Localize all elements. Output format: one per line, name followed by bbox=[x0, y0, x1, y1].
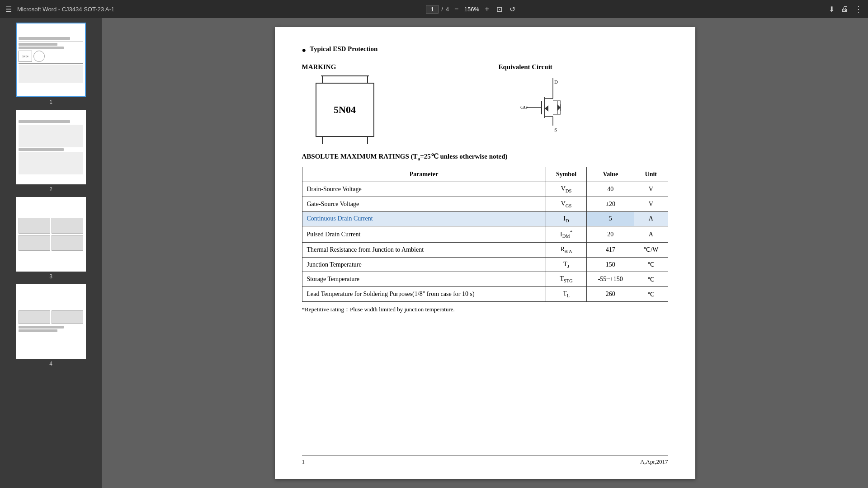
footnote: *Repetitive rating：Pluse width limited b… bbox=[302, 305, 668, 314]
thumbnail-2[interactable]: 2 bbox=[16, 110, 86, 192]
sidebar: 5N04 1 2 bbox=[0, 18, 102, 488]
cell-parameter: Storage Temperature bbox=[302, 272, 546, 287]
table-row: Pulsed Drain CurrentIDM*20A bbox=[302, 226, 668, 242]
cell-value: 260 bbox=[587, 287, 634, 302]
cell-unit: V bbox=[634, 197, 668, 211]
cell-value: -55~+150 bbox=[587, 272, 634, 287]
download-icon[interactable]: ⬇ bbox=[829, 5, 835, 14]
table-row: Junction TemperatureTJ150℃ bbox=[302, 257, 668, 272]
cell-unit: ℃ bbox=[634, 287, 668, 302]
thumb-box-3 bbox=[16, 197, 86, 272]
footer-date: A,Apr,2017 bbox=[640, 458, 668, 465]
cell-symbol: IDM* bbox=[546, 226, 587, 242]
thumb-label-2: 2 bbox=[49, 186, 52, 192]
table-title: ABSOLUTE MAXIMUM RATINGS (Ta=25℃ unless … bbox=[302, 152, 668, 161]
page-total: 4 bbox=[446, 6, 449, 13]
cell-unit: ℃/W bbox=[634, 242, 668, 257]
more-icon[interactable]: ⋮ bbox=[854, 4, 863, 14]
topbar-right: ⬇ 🖨 ⋮ bbox=[829, 4, 863, 14]
table-row: Continuous Drain CurrentID5A bbox=[302, 211, 668, 226]
svg-text:D: D bbox=[554, 79, 558, 84]
marking-title: MARKING bbox=[302, 63, 472, 71]
cell-symbol: TSTG bbox=[546, 272, 587, 287]
equiv-title: Equivalent Circuit bbox=[499, 63, 668, 71]
cell-parameter: Drain-Source Voltage bbox=[302, 182, 546, 197]
cell-parameter: Continuous Drain Current bbox=[302, 211, 546, 226]
thumbnail-4[interactable]: 4 bbox=[16, 284, 86, 367]
equiv-section: Equivalent Circuit D GO bbox=[499, 63, 668, 139]
marking-section: MARKING 5N04 bbox=[302, 63, 472, 137]
thumbnail-1[interactable]: 5N04 1 bbox=[16, 23, 86, 105]
table-row: Gate-Source VoltageVGS±20V bbox=[302, 197, 668, 211]
col-header-symbol: Symbol bbox=[546, 167, 587, 182]
cell-value: 5 bbox=[587, 211, 634, 226]
col-header-value: Value bbox=[587, 167, 634, 182]
cell-unit: ℃ bbox=[634, 257, 668, 272]
cell-symbol: VGS bbox=[546, 197, 587, 211]
bullet-dot: ● bbox=[302, 46, 307, 54]
topbar-center: / 4 − 156% + ⊡ ↺ bbox=[426, 4, 517, 14]
cell-symbol: TJ bbox=[546, 257, 587, 272]
doc-area: ● Typical ESD Protection MARKING bbox=[102, 18, 868, 488]
topbar: ☰ Microsoft Word - CJ3434 SOT-23 A-1 / 4… bbox=[0, 0, 868, 18]
two-column-section: MARKING 5N04 bbox=[302, 63, 668, 139]
app-title: Microsoft Word - CJ3434 SOT-23 A-1 bbox=[17, 6, 114, 13]
cell-symbol: RθJA bbox=[546, 242, 587, 257]
cell-symbol: VDS bbox=[546, 182, 587, 197]
table-row: Drain-Source VoltageVDS40V bbox=[302, 182, 668, 197]
page-footer: 1 A,Apr,2017 bbox=[302, 455, 668, 465]
svg-text:S: S bbox=[554, 127, 557, 132]
cell-unit: V bbox=[634, 182, 668, 197]
page-content: ● Typical ESD Protection MARKING bbox=[275, 27, 695, 479]
svg-marker-11 bbox=[545, 105, 548, 112]
cell-parameter: Pulsed Drain Current bbox=[302, 226, 546, 242]
equiv-circuit-svg: D GO bbox=[512, 78, 585, 137]
ratings-table: Parameter Symbol Value Unit Drain-Source… bbox=[302, 167, 668, 302]
cell-value: ±20 bbox=[587, 197, 634, 211]
thumb-label-3: 3 bbox=[49, 273, 52, 280]
zoom-in-button[interactable]: + bbox=[483, 4, 491, 14]
bullet-section: ● Typical ESD Protection bbox=[302, 45, 668, 54]
print-icon[interactable]: 🖨 bbox=[841, 5, 848, 13]
zoom-value: 156% bbox=[463, 6, 480, 13]
cell-unit: A bbox=[634, 226, 668, 242]
thumb-label-1: 1 bbox=[49, 99, 52, 105]
table-row: Lead Temperature for Soldering Purposes(… bbox=[302, 287, 668, 302]
cell-value: 417 bbox=[587, 242, 634, 257]
thumb-box-2 bbox=[16, 110, 86, 184]
topbar-left: ☰ Microsoft Word - CJ3434 SOT-23 A-1 bbox=[5, 5, 114, 14]
col-header-unit: Unit bbox=[634, 167, 668, 182]
zoom-out-button[interactable]: − bbox=[453, 4, 460, 14]
thumb-box-4 bbox=[16, 284, 86, 359]
zoom-control: − 156% + bbox=[453, 4, 491, 14]
cell-parameter: Gate-Source Voltage bbox=[302, 197, 546, 211]
cell-parameter: Lead Temperature for Soldering Purposes(… bbox=[302, 287, 546, 302]
svg-text:GO: GO bbox=[520, 104, 528, 110]
cell-parameter: Thermal Resistance from Junction to Ambi… bbox=[302, 242, 546, 257]
cell-symbol: ID bbox=[546, 211, 587, 226]
bullet-text: Typical ESD Protection bbox=[310, 45, 377, 53]
col-header-parameter: Parameter bbox=[302, 167, 546, 182]
marking-value: 5N04 bbox=[334, 104, 356, 116]
table-row: Storage TemperatureTSTG-55~+150℃ bbox=[302, 272, 668, 287]
page-nav: / 4 bbox=[426, 5, 449, 14]
cell-value: 150 bbox=[587, 257, 634, 272]
cell-value: 20 bbox=[587, 226, 634, 242]
cell-value: 40 bbox=[587, 182, 634, 197]
page-input[interactable] bbox=[426, 5, 439, 14]
table-row: Thermal Resistance from Junction to Ambi… bbox=[302, 242, 668, 257]
cell-unit: A bbox=[634, 211, 668, 226]
svg-marker-15 bbox=[557, 104, 561, 111]
history-button[interactable]: ↺ bbox=[508, 4, 517, 14]
page-separator: / bbox=[441, 6, 443, 13]
marking-diagram: 5N04 bbox=[316, 83, 374, 137]
main-area: 5N04 1 2 bbox=[0, 18, 868, 488]
thumb-label-4: 4 bbox=[49, 361, 52, 367]
thumbnail-3[interactable]: 3 bbox=[16, 197, 86, 280]
cell-symbol: TL bbox=[546, 287, 587, 302]
fit-page-button[interactable]: ⊡ bbox=[495, 4, 504, 14]
cell-parameter: Junction Temperature bbox=[302, 257, 546, 272]
menu-icon[interactable]: ☰ bbox=[5, 5, 12, 14]
footer-page-number: 1 bbox=[302, 458, 305, 465]
cell-unit: ℃ bbox=[634, 272, 668, 287]
